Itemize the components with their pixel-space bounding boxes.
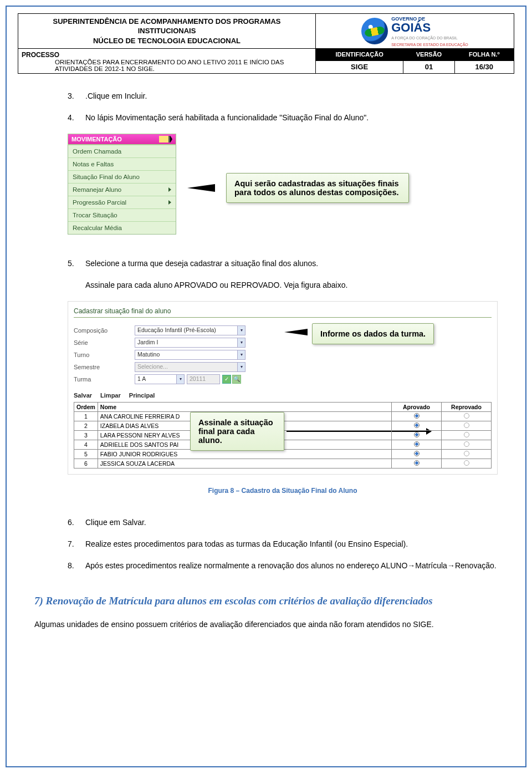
step-number: 7. — [68, 538, 80, 550]
select-value: Matutino — [137, 351, 160, 358]
goias-logo-text: GOVERNO DE GOIÁS A FORÇA DO CORAÇÃO DO B… — [391, 15, 468, 47]
page: SUPERINTENDÊNCIA DE ACOMPANHAMENTO DOS P… — [6, 6, 526, 767]
callout-situacoes-finais: Aqui serão cadastradas as situações fina… — [226, 173, 409, 203]
logo-tagline: A FORÇA DO CORAÇÃO DO BRASIL — [391, 36, 457, 40]
radio-reprovado[interactable] — [442, 431, 492, 440]
select-value: 1 A — [137, 375, 146, 382]
logo-state: GOIÁS — [391, 21, 431, 34]
step-3: 3. .Clique em Incluir. — [68, 90, 498, 102]
cell-ordem: 1 — [74, 412, 98, 421]
radio-reprovado[interactable] — [442, 440, 492, 450]
table-row: 6JESSICA SOUZA LACERDA — [74, 459, 492, 469]
radio-reprovado[interactable] — [442, 421, 492, 431]
menu-item-progressao[interactable]: Progressão Parcial — [68, 196, 176, 208]
radio-reprovado[interactable] — [442, 459, 492, 469]
chevron-right-icon — [168, 187, 171, 192]
org-line-1: SUPERINTENDÊNCIA DE ACOMPANHAMENTO DOS P… — [53, 17, 281, 26]
label-turma: Turma — [74, 376, 135, 383]
step-text: .Clique em Incluir. — [85, 90, 498, 102]
select-semestre[interactable]: Selecione...▾ — [135, 362, 245, 372]
callout-dados-turma: Informe os dados da turma. — [312, 323, 434, 344]
chevron-down-icon: ▾ — [237, 363, 245, 371]
check-icon[interactable]: ✓ — [222, 375, 231, 384]
goias-globe-icon — [361, 18, 388, 44]
menu-item-label: Remanejar Aluno — [73, 186, 121, 193]
label-serie: Série — [74, 339, 135, 346]
processo-label: PROCESSO — [22, 51, 59, 59]
arrow-left-icon — [187, 184, 215, 192]
step-number: 6. — [68, 517, 80, 528]
step-number: 4. — [68, 112, 80, 124]
radio-aprovado[interactable] — [392, 440, 442, 450]
org-line-3: NÚCLEO DE TECNOLOGIA EDUCACIONAL — [93, 37, 241, 45]
step-5b: Assinale para cada aluno APROVADO ou REP… — [68, 279, 498, 291]
movimentacao-header[interactable]: MOVIMENTAÇÃO — [68, 134, 176, 145]
versao-header: VERSÃO — [403, 49, 454, 61]
col-ordem: Ordem — [74, 403, 98, 412]
step-7: 7. Realize estes procedimentos para toda… — [68, 538, 498, 550]
menu-item-label: Progressão Parcial — [73, 199, 126, 206]
step-text: Clique em Salvar. — [85, 517, 498, 528]
cell-nome: FABIO JUNIOR RODRIGUES — [98, 450, 391, 459]
menu-item-notas-faltas[interactable]: Notas e Faltas — [68, 157, 176, 170]
pencil-icon — [159, 136, 172, 142]
folha-value: 16/30 — [454, 60, 514, 73]
radio-reprovado[interactable] — [442, 412, 492, 421]
chevron-right-icon — [168, 200, 171, 205]
step-number: 8. — [68, 560, 80, 572]
col-aprovado: Aprovado — [392, 403, 442, 412]
menu-item-remanejar[interactable]: Remanejar Aluno — [68, 183, 176, 196]
chevron-down-icon: ▾ — [176, 375, 184, 384]
processo-cell: PROCESSO ORIENTAÇÕES PARA ENCERRAMENTO D… — [18, 49, 316, 74]
select-value: Jardim I — [137, 339, 158, 345]
menu-item-ordem-chamada[interactable]: Ordem Chamada — [68, 145, 176, 157]
logo-cell: GOVERNO DE GOIÁS A FORÇA DO CORAÇÃO DO B… — [316, 14, 514, 49]
radio-aprovado[interactable] — [392, 459, 442, 469]
form-title: Cadastrar situação final do aluno — [74, 305, 492, 318]
input-turma-code[interactable]: 20111 — [187, 374, 220, 384]
row-turno: Turno Matutino▾ — [74, 350, 492, 360]
radio-aprovado[interactable] — [392, 431, 442, 440]
label-turno: Turno — [74, 352, 135, 358]
select-serie[interactable]: Jardim I▾ — [135, 338, 245, 348]
folha-header: FOLHA N.º — [454, 49, 514, 61]
row-semestre: Semestre Selecione...▾ — [74, 362, 492, 372]
select-turma[interactable]: 1 A▾ — [135, 374, 185, 384]
radio-aprovado[interactable] — [392, 450, 442, 459]
select-value: Educação Infantil (Pré-Escola) — [137, 327, 216, 333]
search-icon[interactable]: 🔍 — [232, 375, 241, 384]
chevron-down-icon: ▾ — [237, 326, 245, 335]
section-7-paragraph: Algumas unidades de ensino possuem crité… — [34, 618, 498, 630]
radio-reprovado[interactable] — [442, 450, 492, 459]
movimentacao-title: MOVIMENTAÇÃO — [71, 136, 122, 142]
menu-item-trocar-situacao[interactable]: Trocar Situação — [68, 208, 176, 221]
step-8: 8. Após estes procedimentos realize norm… — [68, 560, 498, 572]
label-semestre: Semestre — [74, 364, 135, 370]
versao-value: 01 — [403, 60, 454, 73]
salvar-button[interactable]: Salvar — [74, 392, 92, 399]
cell-ordem: 6 — [74, 459, 98, 469]
col-reprovado: Reprovado — [442, 403, 492, 412]
identificacao-header: IDENTIFICAÇÃO — [316, 49, 403, 61]
org-line-2: INSTITUCIONAIS — [138, 27, 196, 35]
table-row: 5FABIO JUNIOR RODRIGUES — [74, 450, 492, 459]
figure-caption: Figura 8 – Cadastro da Situação Final do… — [68, 487, 498, 495]
select-turno[interactable]: Matutino▾ — [135, 350, 245, 360]
callout-assinale: Assinale a situação final para cada alun… — [190, 412, 284, 451]
radio-aprovado[interactable] — [392, 421, 442, 431]
content-body: 3. .Clique em Incluir. 4. No lápis Movim… — [18, 74, 514, 630]
form-button-row: Salvar Limpar Principal — [74, 392, 492, 399]
section-7-heading: 7) Renovação de Matrícula para alunos em… — [34, 594, 498, 608]
menu-item-recalcular[interactable]: Recalcular Média — [68, 221, 176, 234]
select-composicao[interactable]: Educação Infantil (Pré-Escola)▾ — [135, 325, 245, 335]
radio-aprovado[interactable] — [392, 412, 442, 421]
cell-ordem: 2 — [74, 421, 98, 431]
step-number: 3. — [68, 90, 80, 102]
step-text: Após estes procedimentos realize normalm… — [85, 560, 498, 572]
principal-button[interactable]: Principal — [129, 392, 155, 399]
select-value: 20111 — [190, 375, 206, 382]
chevron-down-icon: ▾ — [237, 338, 245, 347]
limpar-button[interactable]: Limpar — [100, 392, 121, 399]
step-text: No lápis Movimentação será habilitada a … — [85, 112, 498, 124]
menu-item-situacao-final[interactable]: Situação Final do Aluno — [68, 170, 176, 183]
